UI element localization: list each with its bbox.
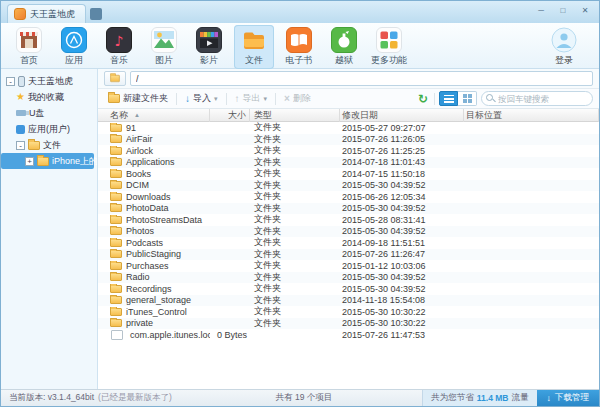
list-view-button[interactable]: [439, 91, 458, 106]
export-label: 导出: [243, 92, 261, 105]
sidebar-item-iphone-files[interactable]: + iPhone上的文件: [1, 153, 94, 169]
import-button[interactable]: ↓ 导入 ▾: [181, 90, 222, 107]
file-type-icon: [110, 296, 122, 304]
device-icon: [18, 76, 25, 87]
column-header-target[interactable]: 目标位置: [464, 109, 599, 122]
table-row[interactable]: Downloads 文件夹 2015-06-26 12:05:34: [98, 191, 599, 203]
download-manager-button[interactable]: ↓ 下载管理: [537, 390, 600, 406]
chevron-down-icon: ▾: [264, 95, 268, 103]
delete-button[interactable]: × 删除: [280, 90, 315, 107]
table-row[interactable]: Books 文件夹 2014-07-15 11:50:18: [98, 168, 599, 180]
login-button[interactable]: 登录: [543, 25, 585, 69]
table-row[interactable]: com.apple.itunes.lock_sync 0 Bytes 2015-…: [98, 329, 599, 341]
ebook-icon: [286, 27, 312, 53]
sidebar-item-favorites[interactable]: ★ 我的收藏: [1, 89, 97, 105]
export-button[interactable]: ↑ 导出 ▾: [231, 90, 272, 107]
chevron-down-icon: ▾: [214, 95, 218, 103]
table-row[interactable]: DCIM 文件夹 2015-05-30 04:39:52: [98, 180, 599, 192]
nav-item-pictures[interactable]: 图片: [144, 25, 184, 69]
maximize-button[interactable]: □: [555, 4, 571, 17]
refresh-button[interactable]: ↻: [416, 93, 430, 105]
divider: [275, 93, 276, 105]
nav-item-videos[interactable]: 影片: [189, 25, 229, 69]
search-box: [481, 91, 593, 106]
table-row[interactable]: PhotoStreamsData 文件夹 2015-05-28 08:31:41: [98, 214, 599, 226]
sidebar-item-files[interactable]: - 文件: [1, 137, 97, 153]
table-row[interactable]: Podcasts 文件夹 2014-09-18 11:51:51: [98, 237, 599, 249]
minimize-button[interactable]: ─: [533, 4, 549, 17]
content-area: - 天王盖地虎 ★ 我的收藏 U盘 应用(用户) - 文件: [1, 69, 599, 389]
close-button[interactable]: ✕: [577, 4, 593, 17]
new-folder-button[interactable]: 新建文件夹: [104, 90, 172, 107]
table-row[interactable]: PhotoData 文件夹 2015-05-30 04:39:52: [98, 203, 599, 215]
window-controls: ─ □ ✕: [533, 4, 593, 17]
file-type-icon: [110, 250, 122, 258]
table-row[interactable]: PublicStaging 文件夹 2015-07-26 11:26:47: [98, 249, 599, 261]
jailbreak-icon: [331, 27, 357, 53]
up-folder-button[interactable]: [104, 71, 126, 86]
nav-item-files[interactable]: 文件: [234, 25, 274, 69]
nav-item-more[interactable]: 更多功能: [369, 25, 409, 69]
traffic-savings: 共为您节省 11.4 MB 流量: [422, 390, 536, 406]
file-modified-date: 2014-09-18 11:51:51: [340, 238, 464, 248]
column-header-type[interactable]: 类型: [250, 109, 340, 122]
file-modified-date: 2015-05-28 08:31:41: [340, 215, 464, 225]
tree-label: 天王盖地虎: [28, 75, 73, 88]
file-name: Applications: [126, 157, 175, 167]
file-modified-date: 2015-05-30 04:39:52: [340, 272, 464, 282]
nav-item-home[interactable]: 首页: [9, 25, 49, 69]
file-modified-date: 2014-11-18 15:54:08: [340, 295, 464, 305]
nav-item-jailbreak[interactable]: 越狱: [324, 25, 364, 69]
table-row[interactable]: iTunes_Control 文件夹 2015-05-30 10:30:22: [98, 306, 599, 318]
file-name: Purchases: [126, 261, 169, 271]
table-row[interactable]: Purchases 文件夹 2015-01-12 10:03:06: [98, 260, 599, 272]
savings-value: 11.4 MB: [477, 393, 509, 403]
column-header-name[interactable]: 名称 ▲: [98, 109, 210, 122]
file-modified-date: 2015-05-30 04:39:52: [340, 226, 464, 236]
divider: [434, 93, 435, 105]
tree-label: U盘: [29, 107, 45, 120]
table-row[interactable]: 91 文件夹 2015-05-27 09:27:07: [98, 122, 599, 134]
sidebar-item-device[interactable]: - 天王盖地虎: [1, 73, 97, 89]
table-row[interactable]: Recordings 文件夹 2015-05-30 04:39:52: [98, 283, 599, 295]
nav-label: 音乐: [110, 54, 128, 67]
nav-label: 影片: [200, 54, 218, 67]
path-input[interactable]: [130, 71, 593, 86]
user-avatar-icon: [551, 27, 577, 53]
nav-item-music[interactable]: ♪ 音乐: [99, 25, 139, 69]
column-header-size[interactable]: 大小: [210, 109, 250, 122]
file-name: 91: [126, 123, 136, 133]
file-type-icon: [110, 170, 122, 178]
collapse-icon[interactable]: -: [16, 141, 25, 150]
sidebar-item-user-apps[interactable]: 应用(用户): [1, 121, 97, 137]
expand-icon[interactable]: +: [25, 157, 34, 166]
tab-extra-button[interactable]: [90, 8, 102, 20]
table-row[interactable]: Airlock 文件夹 2015-07-26 11:25:25: [98, 145, 599, 157]
file-name: Airlock: [126, 146, 153, 156]
nav-item-ebooks[interactable]: 电子书: [279, 25, 319, 69]
table-row[interactable]: Radio 文件夹 2015-05-30 04:39:52: [98, 272, 599, 284]
divider: [226, 93, 227, 105]
table-row[interactable]: private 文件夹 2015-05-30 10:30:22: [98, 318, 599, 330]
file-modified-date: 2014-07-18 11:01:43: [340, 157, 464, 167]
collapse-icon[interactable]: -: [6, 77, 15, 86]
file-type-icon: [110, 273, 122, 281]
nav-label: 文件: [245, 54, 263, 67]
file-type: 文件夹: [250, 317, 340, 330]
titlebar[interactable]: 天王盖地虎 ─ □ ✕: [1, 1, 599, 23]
table-row[interactable]: AirFair 文件夹 2015-07-26 11:26:05: [98, 134, 599, 146]
column-header-modified[interactable]: 修改日期: [340, 109, 464, 122]
file-type-icon: [110, 319, 122, 327]
file-modified-date: 2014-07-15 11:50:18: [340, 169, 464, 179]
table-row[interactable]: Applications 文件夹 2014-07-18 11:01:43: [98, 157, 599, 169]
grid-view-button[interactable]: [458, 91, 477, 106]
table-row[interactable]: general_storage 文件夹 2014-11-18 15:54:08: [98, 295, 599, 307]
nav-item-apps[interactable]: 应用: [54, 25, 94, 69]
search-input[interactable]: [481, 91, 593, 106]
table-row[interactable]: Photos 文件夹 2015-05-30 04:39:52: [98, 226, 599, 238]
file-modified-date: 2015-05-30 10:30:22: [340, 307, 464, 317]
svg-text:♪: ♪: [115, 33, 124, 49]
title-tab[interactable]: 天王盖地虎: [7, 4, 86, 23]
sidebar-item-usb[interactable]: U盘: [1, 105, 97, 121]
file-name: private: [126, 318, 153, 328]
